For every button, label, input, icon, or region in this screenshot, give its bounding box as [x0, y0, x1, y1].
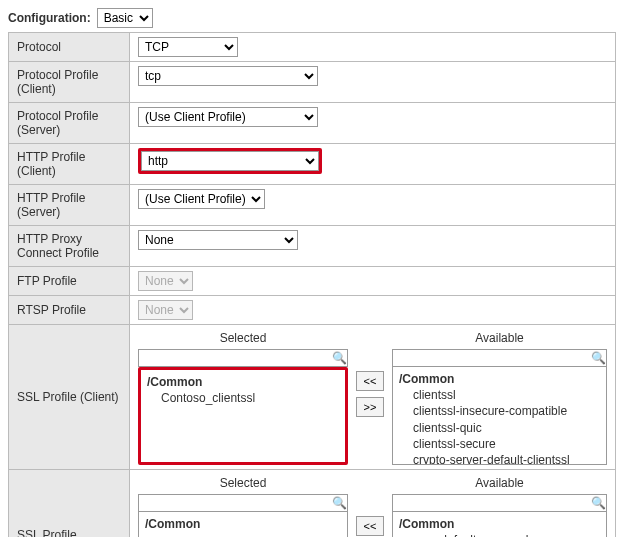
row-label-http-server: HTTP Profile (Server) [9, 185, 130, 226]
row-label-proto-server: Protocol Profile (Server) [9, 103, 130, 144]
ssl-server-selected-search[interactable]: 🔍 [138, 494, 348, 512]
protocol-select[interactable]: TCP [138, 37, 238, 57]
list-group: /Common [147, 374, 339, 390]
ssl-client-selected-search[interactable]: 🔍 [138, 349, 348, 367]
ssl-client-available-search[interactable]: 🔍 [392, 349, 607, 367]
row-label-rtsp: RTSP Profile [9, 296, 130, 325]
ssl-server-available-search[interactable]: 🔍 [392, 494, 607, 512]
proto-profile-client-select[interactable]: tcp [138, 66, 318, 86]
http-proxy-connect-select[interactable]: None [138, 230, 298, 250]
search-icon: 🔍 [590, 496, 606, 510]
rtsp-profile-select: None [138, 300, 193, 320]
ftp-profile-select: None [138, 271, 193, 291]
row-label-protocol: Protocol [9, 33, 130, 62]
config-level-select[interactable]: Basic [97, 8, 153, 28]
list-item[interactable]: clientssl-quic [413, 420, 600, 436]
row-label-http-proxy: HTTP Proxy Connect Profile [9, 226, 130, 267]
row-label-http-client: HTTP Profile (Client) [9, 144, 130, 185]
ssl-server-available-hdr: Available [392, 474, 607, 494]
search-icon: 🔍 [331, 351, 347, 365]
ssl-client-selected-list[interactable]: /Common Contoso_clientssl [138, 367, 348, 465]
list-item[interactable]: clientssl [413, 387, 600, 403]
list-group: /Common [399, 516, 600, 532]
ssl-client-selected-hdr: Selected [138, 329, 348, 349]
ssl-client-available-list[interactable]: /Common clientssl clientssl-insecure-com… [392, 367, 607, 465]
list-item[interactable]: Contoso_clientssl [161, 390, 339, 406]
ssl-client-available-hdr: Available [392, 329, 607, 349]
ssl-client-move-left-button[interactable]: << [356, 371, 384, 391]
ssl-client-available-search-input[interactable] [393, 350, 590, 366]
row-label-ftp: FTP Profile [9, 267, 130, 296]
row-label-ssl-client: SSL Profile (Client) [9, 325, 130, 470]
config-header: Configuration: Basic [8, 8, 616, 28]
list-group: /Common [399, 371, 600, 387]
row-label-ssl-server: SSL Profile (Server) [9, 470, 130, 538]
ssl-server-available-list[interactable]: /Common apm-default-serverssl cloud-serv… [392, 512, 607, 537]
row-label-proto-client: Protocol Profile (Client) [9, 62, 130, 103]
ssl-server-available-search-input[interactable] [393, 495, 590, 511]
list-item[interactable]: apm-default-serverssl [413, 532, 600, 537]
http-profile-server-select[interactable]: (Use Client Profile) [138, 189, 265, 209]
list-item[interactable]: clientssl-insecure-compatible [413, 403, 600, 419]
ssl-server-selected-search-input[interactable] [139, 495, 331, 511]
ssl-server-move-left-button[interactable]: << [356, 516, 384, 536]
ssl-server-selected-hdr: Selected [138, 474, 348, 494]
list-item[interactable]: clientssl-secure [413, 436, 600, 452]
http-profile-client-select[interactable]: http [141, 151, 319, 171]
proto-profile-server-select[interactable]: (Use Client Profile) [138, 107, 318, 127]
config-label: Configuration: [8, 11, 91, 25]
search-icon: 🔍 [331, 496, 347, 510]
ssl-client-move-right-button[interactable]: >> [356, 397, 384, 417]
config-table: Protocol TCP Protocol Profile (Client) t… [8, 32, 616, 537]
ssl-client-selected-search-input[interactable] [139, 350, 331, 366]
search-icon: 🔍 [590, 351, 606, 365]
list-group: /Common [145, 516, 341, 532]
ssl-server-selected-list[interactable]: /Common [138, 512, 348, 537]
list-item[interactable]: crypto-server-default-clientssl [413, 452, 600, 465]
